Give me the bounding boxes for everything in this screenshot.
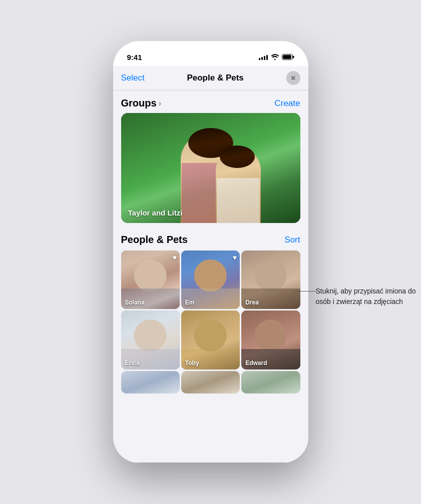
- people-section-header: People & Pets Sort: [113, 231, 308, 250]
- wifi-icon: [271, 54, 279, 60]
- sort-button[interactable]: Sort: [284, 235, 300, 245]
- person-card-toby[interactable]: Toby: [181, 310, 240, 369]
- partial-person-card-0[interactable]: [121, 371, 180, 394]
- phone-frame: 9:41: [113, 41, 308, 463]
- people-grid: ♥Solana♥EmDreaEricaTobyEdward: [113, 250, 308, 370]
- nav-bar: Select People & Pets ✕: [113, 66, 308, 90]
- group-photo: [121, 113, 300, 223]
- person-card-edward[interactable]: Edward: [241, 310, 300, 369]
- groups-chevron-icon: ›: [159, 99, 161, 108]
- group-label: Taylor and Litzi: [128, 208, 183, 217]
- person-name-solana: Solana: [125, 299, 145, 306]
- content-area: Groups › Create: [113, 90, 308, 462]
- person-name-edward: Edward: [245, 360, 267, 366]
- person-name-em: Em: [185, 299, 195, 306]
- create-button[interactable]: Create: [274, 98, 300, 108]
- person-card-em[interactable]: ♥Em: [181, 250, 240, 309]
- heart-icon: ♥: [233, 254, 237, 262]
- person-photo-toby: Toby: [181, 310, 240, 369]
- group-card[interactable]: Taylor and Litzi: [121, 113, 300, 223]
- person-card-drea[interactable]: Drea: [241, 250, 300, 309]
- annotation: Stuknij, aby przypisać imiona do osób i …: [316, 286, 416, 307]
- person-photo-erica: Erica: [121, 310, 180, 369]
- heart-icon: ♥: [173, 254, 177, 262]
- nav-title: People & Pets: [187, 73, 243, 83]
- svg-rect-2: [283, 55, 291, 59]
- groups-title-row[interactable]: Groups ›: [121, 98, 161, 109]
- status-time: 9:41: [127, 53, 142, 62]
- close-button[interactable]: ✕: [286, 71, 300, 85]
- signal-icon: [259, 54, 268, 60]
- person-photo-drea: Drea: [241, 250, 300, 309]
- person-name-toby: Toby: [185, 360, 199, 366]
- partial-person-card-1[interactable]: [181, 371, 240, 394]
- groups-section-header: Groups › Create: [113, 90, 308, 113]
- groups-title: Groups: [121, 98, 157, 109]
- annotation-text: Stuknij, aby przypisać imiona do osób i …: [316, 287, 416, 306]
- partial-row: [113, 370, 308, 394]
- person-card-solana[interactable]: ♥Solana: [121, 250, 180, 309]
- status-icons: [259, 54, 294, 60]
- person-photo-edward: Edward: [241, 310, 300, 369]
- close-icon: ✕: [290, 75, 296, 82]
- status-bar: 9:41: [113, 41, 308, 66]
- people-title: People & Pets: [121, 234, 188, 246]
- partial-person-card-2[interactable]: [241, 371, 300, 394]
- svg-rect-1: [293, 56, 294, 58]
- person-name-erica: Erica: [125, 360, 140, 366]
- person-photo-em: ♥Em: [181, 250, 240, 309]
- annotation-line: [293, 291, 316, 292]
- select-button[interactable]: Select: [121, 73, 145, 83]
- person-name-drea: Drea: [245, 299, 259, 306]
- battery-icon: [282, 54, 294, 60]
- person-photo-solana: ♥Solana: [121, 250, 180, 309]
- person-card-erica[interactable]: Erica: [121, 310, 180, 369]
